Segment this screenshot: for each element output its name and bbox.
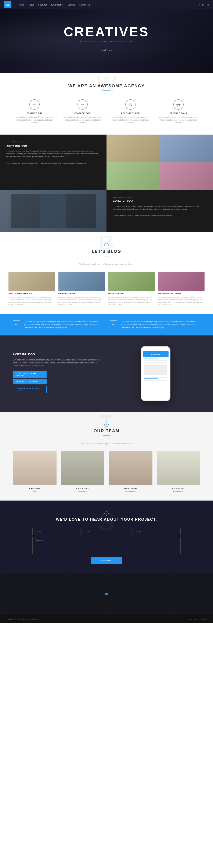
- team-member-1-name: JOHN SNOW: [13, 488, 57, 490]
- lets-blog-title: LET'S BLOG: [8, 249, 205, 254]
- feature-2-icon: ✏: [77, 99, 87, 110]
- contact-phone-input[interactable]: [133, 528, 181, 535]
- team-member-4-img: [157, 451, 201, 485]
- team-member-3-img: [109, 451, 152, 485]
- team-subtitle: sales long tail influencer pitch release…: [13, 442, 200, 445]
- social-linkedin-icon[interactable]: in: [207, 3, 209, 6]
- social-facebook-icon[interactable]: f: [197, 3, 197, 6]
- contact-message-input[interactable]: [32, 537, 181, 554]
- nav-link-features[interactable]: Features: [38, 3, 47, 6]
- phone-brand: PSdfreebies: [151, 353, 159, 355]
- nav-logo[interactable]: CS: [4, 1, 11, 8]
- nav-links: Home Pages Features Extensions Tutorials…: [18, 3, 197, 6]
- blue-cta-2-text: Cum sociis natoque penatibus et magnis d…: [121, 320, 200, 329]
- app-button-3[interactable]: DIFFERENT HEADERS & LAYOUT: [13, 386, 46, 393]
- team-member-1: JOHN SNOW CEO: [13, 451, 57, 492]
- contact-form: SUBMIT: [32, 528, 181, 564]
- app-text: AKITA INU DOG Cum sociis natoque penatib…: [13, 352, 102, 395]
- team-grid: JOHN SNOW CEO LADY SANSA Webdesigner DAV…: [13, 451, 200, 492]
- phone-screen: PSdfreebies: [143, 351, 169, 393]
- navigation: CS Home Pages Features Extensions Tutori…: [0, 0, 213, 9]
- nav-social: f t g+ in: [197, 3, 209, 6]
- app-section: AKITA INU DOG Cum sociis natoque penatib…: [0, 336, 213, 412]
- social-twitter-icon[interactable]: t: [200, 3, 200, 6]
- blog-post-1-date: Jan 4, 2016: [6, 141, 15, 143]
- blog-post-right-2: Jan 4, 2016 · In In Culture AKITA INU DO…: [106, 190, 213, 232]
- nav-link-tutorials[interactable]: Tutorials: [67, 3, 75, 6]
- team-member-3-name: DAVID SMITH: [109, 488, 152, 490]
- agency-section: W WE ARE AN AWESOME AGENCY ✏ FEATURE ONE…: [0, 73, 213, 134]
- nav-link-home[interactable]: Home: [18, 3, 24, 6]
- blog-post-2-body2: Donec ullamcorper nulla non metus auctor…: [113, 214, 207, 217]
- blog-card-2-text: Cum sociis natoque penatibus et magnis d…: [59, 296, 105, 306]
- team-member-2-role: Webdesigner: [61, 490, 105, 492]
- nav-link-extensions[interactable]: Extensions: [51, 3, 63, 6]
- team-member-1-img: [13, 451, 57, 485]
- phone-screen-line-1: [144, 359, 158, 360]
- office-img-2: [160, 134, 213, 162]
- office-images-grid: [106, 134, 213, 190]
- phone-screen-line-4: [144, 377, 167, 378]
- blog-card-4-text: Cum sociis natoque penatibus et magnis d…: [158, 296, 205, 306]
- lets-blog-subtitle: We love clean design and advanced digita…: [8, 263, 205, 265]
- footer-sitemap-link[interactable]: Sitemap: [201, 618, 207, 620]
- phone-screen-content: [143, 357, 169, 393]
- phone-screen-line-3: [144, 362, 167, 363]
- blog-post-2-date: Jan 4, 2016: [113, 196, 122, 198]
- feature-3-title: FEATURE THREE: [111, 112, 150, 114]
- blue-cta-1-icon: ✏: [13, 320, 20, 328]
- hero-content: CREATIVES POWER BY PSDFREEBIES.COM Scrol…: [64, 24, 149, 58]
- phone-screen-line-5: [144, 378, 158, 379]
- blog-post-2-meta: Jan 4, 2016 · In In Culture: [113, 196, 207, 198]
- contact-email-input[interactable]: [82, 528, 131, 535]
- blue-cta-section: ✏ Cum sociis natoque penatibus et magnis…: [0, 314, 213, 336]
- footer-copyright: © 2015 PSdfreebies.com · All Rights Rese…: [6, 618, 41, 620]
- contact-name-input[interactable]: [32, 528, 80, 535]
- feature-item-4: 💬 FEATURE FOUR Aenean lacinia bibendum n…: [157, 97, 201, 126]
- blog-section-num: 3: [104, 243, 109, 247]
- blog-post-2-title: AKITA INU DOG: [113, 200, 207, 203]
- nav-link-pages[interactable]: Pages: [28, 3, 34, 6]
- blog-post-1-body: Cum sociis natoque penatibus et magnis d…: [6, 150, 100, 158]
- team-section-num: 5: [104, 423, 109, 427]
- nav-link-contact[interactable]: Contact us: [79, 3, 91, 6]
- feature-3-text: Aenean lacinia bibendum nulla sed consec…: [111, 116, 150, 124]
- blue-cta-2-icon: ✏: [110, 320, 117, 328]
- blog-card-1: FRESH SUMMER CAMPAIGN Cum sociis natoque…: [8, 272, 55, 306]
- blue-cta-item-2: ✏ Cum sociis natoque penatibus et magnis…: [110, 320, 200, 329]
- team-section: T 5 OUR TEAM sales long tail influencer …: [0, 412, 213, 500]
- blog-card-3: FRESH CAMPAIGN Cum sociis natoque penati…: [108, 272, 155, 306]
- team-member-1-role: CEO: [13, 490, 57, 492]
- team-member-4: LADY SANSA Photographer: [157, 451, 201, 492]
- feature-4-text: Aenean lacinia bibendum nulla sed consec…: [159, 116, 199, 124]
- scroll-label: Scroll Down: [101, 49, 112, 51]
- blog-post-2-category: In Culture: [125, 196, 132, 198]
- map-section: [0, 573, 213, 615]
- blog-card-1-text: Cum sociis natoque penatibus et magnis d…: [8, 296, 55, 306]
- lets-blog-section: B 3 LET'S BLOG We love clean design and …: [0, 232, 213, 314]
- blog-card-3-text: Cum sociis natoque penatibus et magnis d…: [108, 296, 155, 306]
- blog-divider: [103, 256, 110, 256]
- footer: © 2015 PSdfreebies.com · All Rights Rese…: [0, 615, 213, 623]
- team-member-4-role: Photographer: [157, 490, 201, 492]
- office-img-1: [106, 134, 160, 162]
- contact-row-1: [32, 528, 181, 535]
- map-pin: [105, 593, 108, 595]
- app-button-1[interactable]: FULLY RESPONSIVE DESIGN: [13, 371, 46, 378]
- app-button-2[interactable]: HIGH QUALITY CODE: [13, 379, 46, 384]
- phone-screen-img: [144, 365, 167, 375]
- footer-privacy-link[interactable]: Privacy Policy: [187, 618, 198, 620]
- submit-button[interactable]: SUBMIT: [91, 557, 122, 564]
- blog-card-1-img: [8, 272, 55, 291]
- scroll-arrow[interactable]: ⌄: [104, 53, 109, 58]
- blue-cta-1-text: Cum sociis natoque penatibus et magnis d…: [24, 320, 103, 329]
- team-member-2-name: LADY SANSA: [61, 488, 105, 490]
- team-divider: [103, 435, 110, 436]
- team-member-2-img: [61, 451, 105, 485]
- feature-item-2: ✏ FEATURE TWO Aenean lacinia bibendum nu…: [61, 97, 105, 126]
- blog-post-1-category: In Culture: [19, 141, 26, 143]
- feature-item-3: 🔍 FEATURE THREE Aenean lacinia bibendum …: [109, 97, 152, 126]
- blog-post-1-body2: Donec ullamcorper nulla non metus auctor…: [6, 162, 100, 165]
- social-google-icon[interactable]: g+: [202, 3, 205, 6]
- team-member-3: DAVID SMITH Photographer: [109, 451, 152, 492]
